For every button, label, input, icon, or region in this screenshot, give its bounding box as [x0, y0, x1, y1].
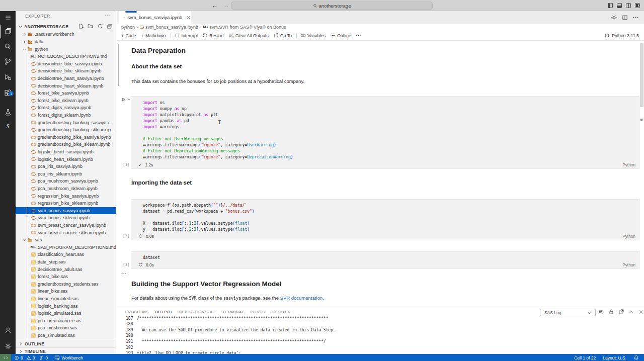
collapsed-output-indicator[interactable]: ... [121, 269, 127, 275]
toolbar-interrupt-button[interactable]: Interrupt [175, 33, 198, 38]
breadcrumb-cell[interactable]: M↓ svm.SVR from SAS® Viya® on Bonus [203, 25, 286, 30]
search-view-icon[interactable] [0, 40, 16, 53]
customize-layout-icon[interactable] [635, 3, 640, 8]
tree-item-pca_mushroom_sasviya.ipynb[interactable]: pca_mushroom_sasviya.ipynb [16, 177, 116, 185]
tree-item-pca_breastcancer.sas[interactable]: pca_breastcancer.sas [16, 317, 116, 325]
menu-icon[interactable] [0, 11, 16, 24]
split-editor-icon[interactable] [622, 15, 628, 21]
source-control-icon[interactable] [0, 55, 16, 68]
tree-item-linear_simulated.sas[interactable]: linear_simulated.sas [16, 295, 116, 303]
new-file-icon[interactable] [78, 23, 84, 29]
run-cell-button[interactable] [121, 97, 131, 102]
cell-language-label[interactable]: Python [622, 262, 635, 268]
tree-item-sas[interactable]: sas [16, 236, 116, 244]
tree-item-regression_bike_sklearn.ipynb[interactable]: regression_bike_sklearn.ipynb [16, 200, 116, 207]
workbench-status[interactable]: Workbench [54, 355, 83, 360]
tree-item-classification_heart.sas[interactable]: classification_heart.sas [16, 251, 116, 258]
tree-item-logistic_heart_sklearn.ipynb[interactable]: logistic_heart_sklearn.ipynb [16, 156, 116, 163]
tree-item-decisiontree_heart_sasviya.ipynb[interactable]: decisiontree_heart_sasviya.ipynb [16, 75, 116, 82]
tree-item-pca_mushroom_sklearn.ipynb[interactable]: pca_mushroom_sklearn.ipynb [16, 185, 116, 193]
clear-output-icon[interactable] [598, 309, 604, 315]
tree-item-linear_bike.sas[interactable]: linear_bike.sas [16, 288, 116, 295]
tab-close-icon[interactable] [186, 15, 191, 20]
panel-tab-terminal[interactable]: TERMINAL [222, 308, 245, 316]
toolbar-restart-button[interactable]: Restart [202, 33, 223, 38]
breadcrumb-file[interactable]: svm_bonus_sasviya.ipynb [139, 25, 198, 30]
panel-tab-debug-console[interactable]: DEBUG CONSOLE [179, 308, 216, 316]
tree-item-NOTEBOOK_DESCRIPTIONS.md[interactable]: M↓NOTEBOOK_DESCRIPTIONS.md [16, 53, 116, 60]
remote-indicator[interactable] [0, 354, 11, 361]
tree-item-svm_breast_cancer_sasviya.ipynb[interactable]: svm_breast_cancer_sasviya.ipynb [16, 222, 116, 229]
tree-item-svm_bonus_sasviya.ipynb[interactable]: svm_bonus_sasviya.ipynb [16, 207, 116, 215]
history-back-button[interactable]: ← [212, 2, 218, 10]
cell-language-label[interactable]: Python [622, 233, 635, 239]
code-cell[interactable]: import osimport numpy as npimport matplo… [131, 96, 639, 169]
toolbar-outline-button[interactable]: Outline [330, 33, 351, 38]
code-cell[interactable]: workspace=f'{os.path.abspath("")}/../dat… [131, 199, 639, 240]
keyboard-layout-status[interactable]: Layout: U.S. [603, 355, 626, 360]
explorer-more-icon[interactable]: ⋯ [105, 12, 111, 19]
tree-item-logistic_banking.sas[interactable]: logistic_banking.sas [16, 303, 116, 310]
toolbar-go-to-button[interactable]: Go To [273, 33, 292, 38]
tree-item-gradientboosting_banking_sklearn.ip...[interactable]: gradientboosting_banking_sklearn.ip... [16, 126, 116, 134]
problems-status[interactable]: 0 0 [14, 355, 35, 360]
tree-item-data[interactable]: data [16, 38, 116, 46]
timeline-section-header[interactable]: TIMELINE [16, 347, 116, 354]
notebook-scrollbar[interactable] [640, 43, 643, 107]
tree-item-.sasuser.workbench[interactable]: .sasuser.workbench [16, 31, 116, 38]
tree-item-gradientboosting_banking_sasviya.i...[interactable]: gradientboosting_banking_sasviya.i... [16, 119, 116, 127]
code-cell[interactable]: dataset 0.0s Python [131, 251, 639, 269]
tree-item-logistic_simulated.sas[interactable]: logistic_simulated.sas [16, 310, 116, 317]
account-icon[interactable] [0, 324, 16, 337]
panel-tab-jupyter[interactable]: JUPYTER [271, 308, 291, 316]
svr-documentation-link[interactable]: SVR documentation. [280, 295, 324, 301]
toolbar-more-button[interactable] [356, 33, 361, 38]
toolbar-clear-all-outputs-button[interactable]: Clear All Outputs [228, 33, 269, 38]
tree-item-pca_iris_sklearn.ipynb[interactable]: pca_iris_sklearn.ipynb [16, 170, 116, 178]
tab-svm-bonus-sasviya[interactable]: svm_bonus_sasviya.ipynb [119, 11, 191, 24]
toolbar-variables-button[interactable]: Variables [300, 33, 326, 38]
tree-item-forest_bike_sklearn.ipynb[interactable]: forest_bike_sklearn.ipynb [16, 97, 116, 105]
notifications-bell-icon[interactable] [633, 355, 639, 360]
panel-tab-problems[interactable]: PROBLEMS [125, 308, 149, 316]
tree-item-forest_digits_sklearn.ipynb[interactable]: forest_digits_sklearn.ipynb [16, 112, 116, 119]
tree-item-python[interactable]: python [16, 46, 116, 53]
lock-scroll-icon[interactable] [608, 309, 614, 315]
output-channel-select[interactable]: SAS Log [540, 309, 596, 316]
tree-item-pca_iris_sasviya.ipynb[interactable]: pca_iris_sasviya.ipynb [16, 163, 116, 170]
maximize-panel-icon[interactable] [628, 309, 634, 315]
ports-status[interactable]: 0 [39, 355, 48, 360]
tree-item-decisiontree_bike_sklearn.ipynb[interactable]: decisiontree_bike_sklearn.ipynb [16, 67, 116, 75]
panel-tab-ports[interactable]: PORTS [251, 308, 265, 316]
tree-item-decisiontree_bike_sasviya.ipynb[interactable]: decisiontree_bike_sasviya.ipynb [16, 60, 116, 68]
collapse-folders-icon[interactable] [107, 23, 113, 29]
settings-gear-icon[interactable] [0, 340, 16, 353]
testing-icon[interactable] [0, 106, 16, 119]
notebook-settings-gear-icon[interactable] [611, 14, 617, 21]
tree-item-data_step.sas[interactable]: data_step.sas [16, 258, 116, 266]
tree-item-gradientboosting_bike_sklearn.ipynb[interactable]: gradientboosting_bike_sklearn.ipynb [16, 141, 116, 148]
tree-item-forest_bike.sas[interactable]: forest_bike.sas [16, 273, 116, 281]
extensions-icon[interactable]: 1 [0, 86, 16, 99]
breadcrumb-folder[interactable]: python [121, 25, 135, 30]
explorer-icon[interactable] [0, 25, 16, 38]
cell-position-status[interactable]: Cell 1 of 22 [574, 355, 596, 360]
close-panel-icon[interactable] [638, 309, 643, 315]
outline-section-header[interactable]: OUTLINE [16, 340, 116, 347]
tree-item-SAS_PROGRAM_DESCRIPTIONS.md[interactable]: M↓SAS_PROGRAM_DESCRIPTIONS.md [16, 244, 116, 251]
kernel-picker[interactable]: Python 3.11.5 [604, 31, 639, 41]
new-folder-icon[interactable] [88, 23, 94, 29]
sas-extension-icon[interactable]: S [0, 120, 16, 133]
editor-more-actions-icon[interactable] [632, 14, 639, 21]
history-forward-button[interactable]: → [223, 2, 229, 10]
tree-item-pca_simulated.sas[interactable]: pca_simulated.sas [16, 332, 116, 339]
tree-item-logistic_heart_sasviya.ipynb[interactable]: logistic_heart_sasviya.ipynb [16, 148, 116, 156]
tree-item-svm_breast_cancer_sklearn.ipynb[interactable]: svm_breast_cancer_sklearn.ipynb [16, 229, 116, 237]
toolbar-markdown-button[interactable]: +Markdown [140, 33, 166, 38]
toolbar-code-button[interactable]: +Code [121, 33, 136, 38]
tree-item-forest_bike_sasviya.ipynb[interactable]: forest_bike_sasviya.ipynb [16, 89, 116, 97]
tree-item-decisiontree_heart_sklearn.ipynb[interactable]: decisiontree_heart_sklearn.ipynb [16, 82, 116, 90]
toggle-secondary-sidebar-icon[interactable] [626, 3, 631, 8]
tree-item-gradientboosting_bike_sasviya.ipynb[interactable]: gradientboosting_bike_sasviya.ipynb [16, 134, 116, 141]
toggle-primary-sidebar-icon[interactable] [608, 3, 613, 8]
